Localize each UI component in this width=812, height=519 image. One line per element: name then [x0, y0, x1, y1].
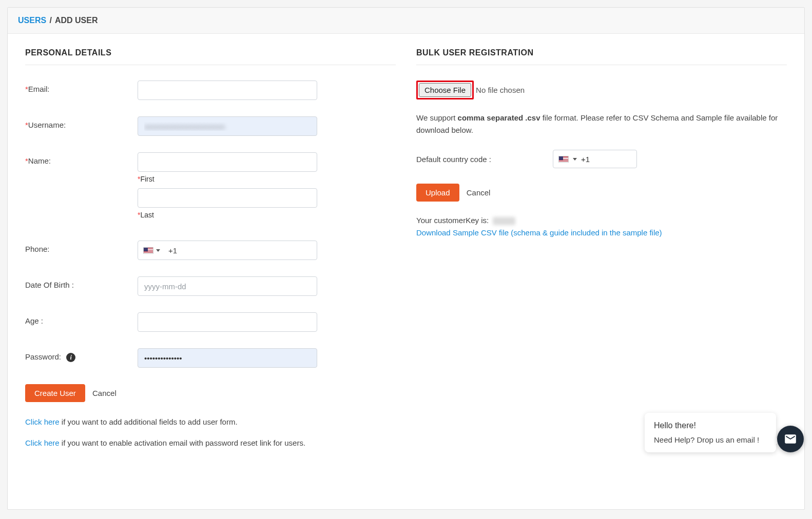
mail-icon: [784, 432, 797, 446]
email-input[interactable]: [138, 81, 317, 100]
breadcrumb-users-link[interactable]: USERS: [18, 16, 46, 25]
file-status: No file chosen: [476, 86, 525, 94]
personal-details-column: PERSONAL DETAILS *Email: *Username: *Nam…: [25, 48, 396, 460]
download-sample-link[interactable]: Download Sample CSV file (schema & guide…: [416, 228, 787, 237]
username-input[interactable]: [138, 116, 317, 136]
country-code-row: Default country code : +1: [416, 150, 787, 168]
phone-input[interactable]: +1: [138, 241, 317, 260]
bulk-cancel-button[interactable]: Cancel: [461, 184, 496, 202]
upload-button[interactable]: Upload: [416, 184, 459, 202]
bulk-registration-title: BULK USER REGISTRATION: [416, 48, 787, 65]
breadcrumb-separator: /: [50, 16, 52, 25]
age-row: Age :: [25, 312, 396, 332]
csv-support-text: We support comma separated .csv file for…: [416, 112, 787, 136]
last-name-input[interactable]: [138, 188, 317, 208]
chat-popover[interactable]: Hello there! Need Help? Drop us an email…: [645, 413, 776, 452]
name-row: *Name: *First *Last: [25, 152, 396, 224]
file-chooser-row: Choose File No file chosen: [416, 81, 787, 99]
chevron-down-icon: [156, 249, 160, 252]
email-label: *Email:: [25, 81, 138, 93]
customer-key-value: [493, 217, 515, 225]
create-user-button[interactable]: Create User: [25, 384, 85, 402]
bulk-actions: Upload Cancel: [416, 184, 787, 202]
help-activation-email-link[interactable]: Click here: [25, 438, 60, 447]
cancel-button[interactable]: Cancel: [87, 384, 122, 402]
username-label: *Username:: [25, 116, 138, 129]
dob-row: Date Of Birth :: [25, 276, 396, 296]
info-icon[interactable]: i: [66, 353, 75, 362]
help-additional-fields: Click here if you want to add additional…: [25, 417, 396, 426]
name-label: *Name:: [25, 152, 138, 165]
age-label: Age :: [25, 312, 138, 325]
personal-details-title: PERSONAL DETAILS: [25, 48, 396, 65]
dob-input[interactable]: [138, 276, 317, 296]
choose-file-highlight: Choose File: [416, 81, 474, 99]
password-label: Password: i: [25, 348, 138, 362]
phone-code: +1: [165, 246, 177, 255]
password-row: Password: i: [25, 348, 396, 368]
password-input[interactable]: [138, 348, 317, 368]
choose-file-button[interactable]: Choose File: [419, 83, 471, 97]
chevron-down-icon: [573, 158, 577, 161]
content-columns: PERSONAL DETAILS *Email: *Username: *Nam…: [8, 34, 804, 474]
username-row: *Username:: [25, 116, 396, 136]
breadcrumb: USERS / ADD USER: [8, 8, 804, 34]
us-flag-icon: [143, 247, 153, 254]
bulk-registration-column: BULK USER REGISTRATION Choose File No fi…: [416, 48, 787, 460]
us-flag-icon: [558, 156, 569, 163]
email-row: *Email:: [25, 81, 396, 100]
breadcrumb-current: ADD USER: [55, 16, 98, 25]
phone-country-selector[interactable]: [138, 247, 165, 254]
last-sublabel: *Last: [138, 211, 317, 219]
dob-label: Date Of Birth :: [25, 276, 138, 289]
chat-greeting: Hello there!: [654, 421, 767, 430]
first-sublabel: *First: [138, 175, 317, 183]
phone-row: Phone: +1: [25, 241, 396, 260]
phone-label: Phone:: [25, 241, 138, 253]
chat-prompt: Need Help? Drop us an email !: [654, 435, 767, 444]
country-code-select[interactable]: +1: [553, 150, 637, 168]
first-name-input[interactable]: [138, 152, 317, 172]
age-input[interactable]: [138, 312, 317, 332]
country-code-label: Default country code :: [416, 155, 491, 164]
customer-key-line: Your customerKey is:: [416, 216, 787, 225]
personal-actions: Create User Cancel: [25, 384, 396, 402]
help-additional-fields-link[interactable]: Click here: [25, 417, 60, 426]
chat-fab-button[interactable]: [777, 426, 804, 452]
help-activation-email: Click here if you want to enable activat…: [25, 438, 396, 447]
country-code-value: +1: [581, 155, 590, 164]
